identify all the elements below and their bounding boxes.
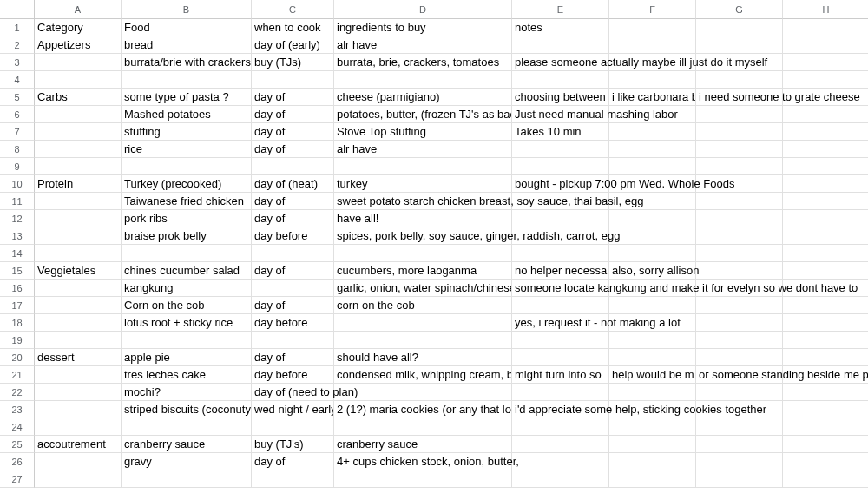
cell-H17[interactable] xyxy=(783,297,868,314)
cell-E3[interactable]: please someone actually maybe ill just d… xyxy=(512,54,609,71)
cell-H3[interactable] xyxy=(783,54,868,71)
cell-B14[interactable] xyxy=(122,245,252,262)
cell-A23[interactable] xyxy=(35,401,122,418)
cell-A14[interactable] xyxy=(35,245,122,262)
cell-B1[interactable]: Food xyxy=(122,19,252,36)
cell-G12[interactable] xyxy=(696,210,783,227)
row-header-26[interactable]: 26 xyxy=(0,453,35,470)
cell-E24[interactable] xyxy=(512,418,609,436)
cell-E14[interactable] xyxy=(512,245,609,262)
col-header-C[interactable]: C xyxy=(252,0,334,19)
cell-H10[interactable] xyxy=(783,175,868,193)
cell-F12[interactable] xyxy=(609,210,696,227)
cell-D20[interactable]: should have all? xyxy=(334,349,512,366)
cell-D10[interactable]: turkey xyxy=(334,175,512,193)
cell-C10[interactable]: day of (heat) xyxy=(252,175,334,193)
cell-H18[interactable] xyxy=(783,314,868,332)
cell-A18[interactable] xyxy=(35,314,122,332)
cell-B12[interactable]: pork ribs xyxy=(122,210,252,227)
cell-C18[interactable]: day before xyxy=(252,314,334,332)
cell-D21[interactable]: condensed milk, whipping cream, b xyxy=(334,366,512,384)
cell-B15[interactable]: chines cucumber salad xyxy=(122,262,252,280)
cell-D12[interactable]: have all! xyxy=(334,210,512,227)
cell-B18[interactable]: lotus root + sticky rice xyxy=(122,314,252,332)
spreadsheet-grid[interactable]: A B C D E F G H 1CategoryFoodwhen to coo… xyxy=(0,0,868,488)
cell-E9[interactable] xyxy=(512,158,609,175)
cell-B17[interactable]: Corn on the cob xyxy=(122,297,252,314)
cell-H1[interactable] xyxy=(783,19,868,36)
cell-G13[interactable] xyxy=(696,227,783,245)
cell-D23[interactable]: 2 (1?) maria cookies (or any that looks … xyxy=(334,401,512,418)
cell-B22[interactable]: mochi? xyxy=(122,384,252,401)
row-header-22[interactable]: 22 xyxy=(0,384,35,401)
cell-C3[interactable]: buy (TJs) xyxy=(252,54,334,71)
cell-H25[interactable] xyxy=(783,436,868,453)
cell-E19[interactable] xyxy=(512,332,609,349)
cell-A2[interactable]: Appetizers xyxy=(35,36,122,54)
cell-C11[interactable]: day of xyxy=(252,193,334,210)
cell-E21[interactable]: might turn into so xyxy=(512,366,609,384)
cell-D3[interactable]: burrata, brie, crackers, tomatoes xyxy=(334,54,512,71)
cell-E17[interactable] xyxy=(512,297,609,314)
cell-C6[interactable]: day of xyxy=(252,106,334,123)
cell-B27[interactable] xyxy=(122,470,252,488)
cell-D4[interactable] xyxy=(334,71,512,89)
col-header-A[interactable]: A xyxy=(35,0,122,19)
cell-F21[interactable]: help would be m xyxy=(609,366,696,384)
row-header-18[interactable]: 18 xyxy=(0,314,35,332)
cell-D2[interactable]: alr have xyxy=(334,36,512,54)
cell-B4[interactable] xyxy=(122,71,252,89)
cell-A12[interactable] xyxy=(35,210,122,227)
cell-C16[interactable] xyxy=(252,280,334,297)
cell-F17[interactable] xyxy=(609,297,696,314)
cell-B19[interactable] xyxy=(122,332,252,349)
cell-E4[interactable] xyxy=(512,71,609,89)
cell-A5[interactable]: Carbs xyxy=(35,89,122,106)
cell-H15[interactable] xyxy=(783,262,868,280)
cell-C8[interactable]: day of xyxy=(252,141,334,158)
cell-G18[interactable] xyxy=(696,314,783,332)
cell-F8[interactable] xyxy=(609,141,696,158)
cell-E26[interactable] xyxy=(512,453,609,470)
cell-B16[interactable]: kangkung xyxy=(122,280,252,297)
cell-D15[interactable]: cucumbers, more laoganma xyxy=(334,262,512,280)
row-header-4[interactable]: 4 xyxy=(0,71,35,89)
cell-E12[interactable] xyxy=(512,210,609,227)
cell-A22[interactable] xyxy=(35,384,122,401)
cell-C19[interactable] xyxy=(252,332,334,349)
cell-E20[interactable] xyxy=(512,349,609,366)
col-header-B[interactable]: B xyxy=(122,0,252,19)
cell-A8[interactable] xyxy=(35,141,122,158)
cell-C26[interactable]: day of xyxy=(252,453,334,470)
cell-C21[interactable]: day before xyxy=(252,366,334,384)
cell-E16[interactable]: someone locate kangkung and make it for … xyxy=(512,280,609,297)
cell-A9[interactable] xyxy=(35,158,122,175)
cell-B5[interactable]: some type of pasta ? xyxy=(122,89,252,106)
cell-G6[interactable] xyxy=(696,106,783,123)
cell-E1[interactable]: notes xyxy=(512,19,609,36)
cell-E23[interactable]: i'd appreciate some help, sticking cooki… xyxy=(512,401,609,418)
cell-A27[interactable] xyxy=(35,470,122,488)
cell-G24[interactable] xyxy=(696,418,783,436)
corner-cell[interactable] xyxy=(0,0,35,19)
cell-F26[interactable] xyxy=(609,453,696,470)
cell-H6[interactable] xyxy=(783,106,868,123)
cell-E2[interactable] xyxy=(512,36,609,54)
cell-C2[interactable]: day of (early) xyxy=(252,36,334,54)
cell-H27[interactable] xyxy=(783,470,868,488)
cell-C25[interactable]: buy (TJ's) xyxy=(252,436,334,453)
cell-C17[interactable]: day of xyxy=(252,297,334,314)
cell-F20[interactable] xyxy=(609,349,696,366)
row-header-5[interactable]: 5 xyxy=(0,89,35,106)
cell-B20[interactable]: apple pie xyxy=(122,349,252,366)
cell-A7[interactable] xyxy=(35,123,122,141)
cell-C22[interactable]: day of (need to plan) xyxy=(252,384,334,401)
cell-D7[interactable]: Stove Top stuffing xyxy=(334,123,512,141)
cell-G26[interactable] xyxy=(696,453,783,470)
cell-A4[interactable] xyxy=(35,71,122,89)
cell-A3[interactable] xyxy=(35,54,122,71)
cell-E8[interactable] xyxy=(512,141,609,158)
cell-B26[interactable]: gravy xyxy=(122,453,252,470)
cell-D11[interactable]: sweet potato starch chicken breast, soy … xyxy=(334,193,512,210)
cell-C27[interactable] xyxy=(252,470,334,488)
